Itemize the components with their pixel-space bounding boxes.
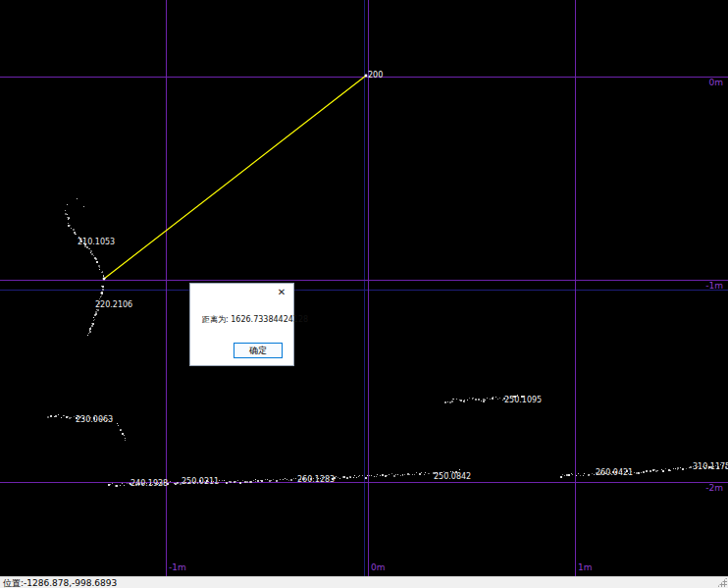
resize-grip-icon[interactable]	[717, 577, 727, 587]
point-cloud-dot	[55, 415, 57, 417]
point-cloud-dot	[359, 475, 360, 476]
point-cloud-dot	[102, 286, 104, 288]
point-cloud-dot	[261, 480, 263, 482]
axis-label-y: -2m	[705, 484, 723, 493]
axis-label-y: 0m	[709, 79, 724, 87]
point-cloud-dot	[560, 476, 562, 478]
ok-button[interactable]: 确定	[234, 343, 283, 358]
point-cloud-dot	[683, 468, 684, 469]
point-cloud-dot	[365, 477, 367, 479]
point-cloud-dot	[226, 482, 228, 484]
point-cloud-dot	[250, 481, 252, 483]
point-cloud-dot	[459, 469, 460, 470]
axis-label-x: -1m	[169, 563, 186, 572]
point-cloud-dot	[71, 417, 72, 418]
point-cloud-dot	[242, 480, 243, 481]
point-cloud-dot	[346, 477, 348, 479]
point-cloud-dot	[118, 425, 119, 426]
point-cloud-dot	[99, 267, 100, 268]
axis-label-x: 1m	[578, 563, 593, 572]
point-cloud-dot	[70, 225, 71, 226]
point-cloud-dot	[127, 483, 128, 484]
point-cloud-dot	[170, 481, 171, 482]
point-cloud-dot	[402, 475, 403, 476]
status-bar: 位置:-1286.878,-998.6893	[0, 576, 728, 588]
close-icon[interactable]: ✕	[271, 285, 292, 300]
point-cloud-dot	[478, 399, 480, 401]
point-cloud-label: 230.0063	[76, 416, 113, 424]
lidar-viewer-window: -1m0m1m0m-1m-2m200210.1053220.2106230.00…	[0, 0, 728, 588]
point-cloud-dot	[647, 470, 648, 471]
point-cloud-label: 260.1283	[297, 476, 335, 484]
point-cloud-dot	[499, 398, 500, 399]
point-cloud-dot	[451, 401, 453, 402]
point-cloud-dot	[343, 476, 345, 478]
grid-line-horizontal	[0, 77, 728, 78]
point-cloud-dot	[68, 219, 69, 220]
point-cloud-dot	[490, 399, 491, 400]
point-cloud-dot	[93, 317, 94, 318]
point-cloud-dot	[412, 474, 413, 475]
point-cloud-dot	[102, 289, 104, 291]
point-cloud-dot	[404, 474, 405, 475]
grid-line-horizontal	[0, 280, 728, 281]
point-cloud-dot	[594, 474, 595, 475]
point-cloud-dot	[387, 475, 388, 476]
point-cloud-dot	[643, 471, 645, 473]
point-cloud-dot	[662, 470, 664, 472]
point-cloud-dot	[67, 204, 68, 205]
point-cloud-dot	[58, 414, 59, 415]
dialog-titlebar[interactable]: ✕	[190, 284, 293, 301]
point-cloud-dot	[416, 472, 417, 473]
point-cloud-dot	[572, 474, 573, 475]
point-cloud-dot	[64, 415, 65, 416]
point-cloud-dot	[456, 399, 457, 400]
point-cloud-dot	[414, 474, 415, 475]
point-cloud-dot	[83, 206, 84, 207]
point-cloud-label: 240.1928	[130, 480, 168, 488]
point-cloud-dot	[444, 401, 446, 403]
point-cloud-dot	[283, 479, 284, 480]
point-cloud-dot	[473, 398, 474, 399]
point-cloud-dot	[295, 478, 296, 479]
point-cloud-dot	[75, 232, 76, 233]
point-cloud-dot	[358, 476, 359, 477]
point-cloud-dot	[584, 473, 585, 474]
point-cloud-dot	[110, 484, 111, 485]
point-cloud-dot	[675, 468, 676, 469]
point-cloud-dot	[94, 314, 96, 316]
point-cloud-dot	[576, 475, 577, 476]
point-cloud-dot	[424, 474, 425, 475]
point-cloud-dot	[453, 399, 454, 400]
point-cloud-dot	[665, 468, 666, 469]
point-cloud-dot	[467, 400, 468, 401]
point-cloud-label: 250.0842	[434, 473, 471, 481]
point-cloud-dot	[397, 474, 398, 475]
point-cloud-dot	[447, 401, 448, 402]
point-cloud-label: 250.0211	[182, 478, 219, 486]
point-cloud-dot	[73, 229, 75, 231]
point-cloud-dot	[89, 330, 90, 331]
point-cloud-dot	[47, 416, 49, 418]
point-cloud-dot	[117, 423, 118, 424]
point-cloud-dot	[339, 478, 340, 479]
point-cloud-dot	[589, 474, 590, 475]
point-cloud-dot	[562, 474, 563, 475]
point-cloud-label: 310.1175	[693, 463, 728, 471]
point-cloud-dot	[374, 476, 375, 477]
point-cloud-dot	[271, 480, 272, 481]
lidar-canvas[interactable]: -1m0m1m0m-1m-2m200210.1053220.2106230.00…	[0, 0, 728, 576]
point-cloud-dot	[91, 325, 93, 327]
point-cloud-dot	[338, 477, 338, 478]
point-cloud-dot	[65, 210, 66, 211]
distance-message: 距离为: 1626.73384424128	[202, 314, 308, 325]
point-cloud-dot	[90, 250, 92, 252]
point-cloud-dot	[116, 485, 118, 487]
point-cloud-dot	[495, 397, 496, 398]
point-cloud-dot	[239, 482, 241, 484]
point-cloud-dot	[108, 484, 110, 486]
point-cloud-dot	[246, 481, 248, 483]
point-cloud-dot	[88, 333, 89, 334]
measurement-line	[104, 76, 366, 279]
point-cloud-dot	[120, 430, 121, 431]
